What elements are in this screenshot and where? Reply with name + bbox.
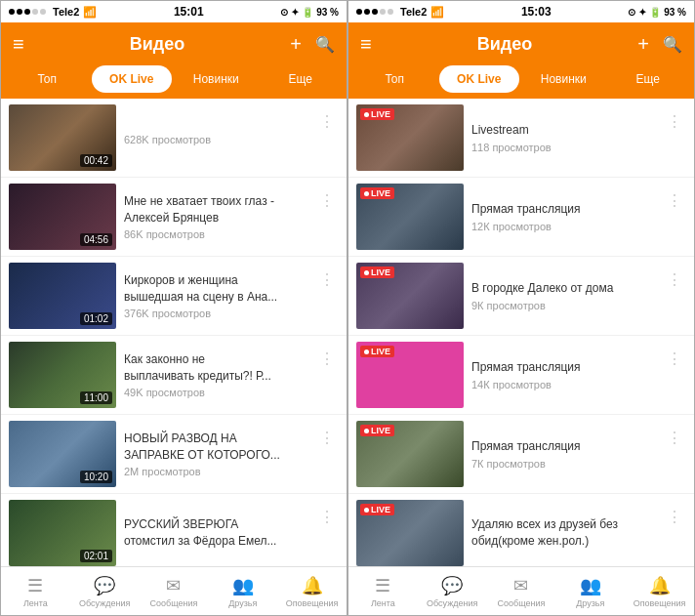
status-left: Tele2 📶: [356, 6, 444, 19]
more-button[interactable]: ⋮: [663, 504, 686, 530]
status-right: ⊙ ✦ 🔋 93 %: [280, 7, 339, 18]
video-title: Прямая трансляция: [471, 359, 655, 376]
menu-icon[interactable]: ≡: [360, 33, 372, 56]
nav-label: Сообщения: [150, 598, 198, 608]
phone-right: Tele2 📶 15:03 ⊙ ✦ 🔋 93 % ≡ Видео + 🔍 Топ…: [348, 0, 695, 616]
more-button[interactable]: ⋮: [315, 504, 339, 530]
nav-icon: 🔔: [649, 575, 671, 596]
live-badge: LIVE: [360, 267, 394, 278]
list-item[interactable]: LIVEПрямая трансляция12К просмотров⋮: [348, 178, 694, 256]
status-right: ⊙ ✦ 🔋 93 %: [628, 7, 686, 18]
video-thumbnail: 00:42: [9, 104, 116, 171]
video-thumbnail: 04:56: [9, 184, 116, 250]
video-duration: 10:20: [80, 471, 112, 483]
tab-еще[interactable]: Еще: [608, 65, 689, 93]
nav-label: Обсуждения: [427, 598, 477, 608]
nav-label: Друзья: [228, 598, 257, 608]
list-item[interactable]: 00:42628K просмотров⋮: [1, 99, 347, 177]
nav-label: Оповещения: [634, 598, 686, 608]
video-duration: 02:01: [80, 550, 112, 562]
video-duration: 00:42: [80, 154, 112, 167]
nav-item-оповещения[interactable]: 🔔 Оповещения: [625, 575, 694, 608]
video-info: НОВЫЙ РАЗВОД НАЗАПРАВКЕ ОТ КОТОРОГО...2М…: [124, 431, 307, 478]
tab-еще[interactable]: Еще: [261, 65, 342, 93]
more-button[interactable]: ⋮: [663, 108, 686, 135]
more-button[interactable]: ⋮: [663, 425, 686, 451]
more-button[interactable]: ⋮: [315, 267, 339, 293]
phones-container: Tele2 📶 15:01 ⊙ ✦ 🔋 93 % ≡ Видео + 🔍 Топ…: [0, 0, 695, 616]
tab-ok-live[interactable]: OK Live: [92, 65, 173, 93]
status-bar: Tele2 📶 15:01 ⊙ ✦ 🔋 93 %: [1, 1, 347, 22]
video-duration: 01:02: [80, 312, 112, 325]
list-item[interactable]: LIVEУдаляю всех из друзей безобид(кроме …: [348, 494, 694, 566]
add-icon[interactable]: +: [637, 33, 649, 56]
list-item[interactable]: LIVEПрямая трансляция7К просмотров⋮: [348, 415, 694, 493]
header: ≡ Видео + 🔍: [348, 22, 694, 65]
more-button[interactable]: ⋮: [315, 425, 339, 451]
list-item[interactable]: 10:20НОВЫЙ РАЗВОД НАЗАПРАВКЕ ОТ КОТОРОГО…: [1, 415, 347, 493]
tab-новинки[interactable]: Новинки: [523, 65, 604, 93]
tab-топ[interactable]: Топ: [354, 65, 435, 93]
list-item[interactable]: LIVELivestream118 просмотров⋮: [348, 99, 694, 177]
location-icon: ⊙: [628, 7, 635, 18]
nav-item-лента[interactable]: ☰ Лента: [1, 575, 70, 608]
add-icon[interactable]: +: [290, 33, 302, 56]
video-info: 628K просмотров: [124, 131, 307, 145]
more-button[interactable]: ⋮: [315, 108, 339, 135]
video-thumbnail: LIVE: [356, 263, 464, 329]
nav-icon: ✉: [166, 575, 181, 596]
status-left: Tele2 📶: [9, 6, 97, 19]
phone-left: Tele2 📶 15:01 ⊙ ✦ 🔋 93 % ≡ Видео + 🔍 Топ…: [0, 0, 348, 616]
battery-label: 93 %: [316, 7, 339, 18]
list-item[interactable]: 11:00Как законно невыплачивать кредиты?!…: [1, 336, 347, 414]
nav-item-друзья[interactable]: 👥 Друзья: [555, 575, 625, 608]
nav-item-лента[interactable]: ☰ Лента: [348, 575, 418, 608]
tab-новинки[interactable]: Новинки: [176, 65, 257, 93]
more-button[interactable]: ⋮: [315, 187, 339, 214]
list-item[interactable]: LIVEВ городке Далеко от дома9К просмотро…: [348, 257, 694, 335]
nav-item-сообщения[interactable]: ✉ Сообщения: [487, 575, 556, 608]
nav-label: Оповещения: [286, 598, 339, 608]
video-views: 14К просмотров: [471, 379, 655, 390]
video-views: 118 просмотров: [471, 142, 655, 153]
video-info: Как законно невыплачивать кредиты?! Р...…: [124, 351, 307, 399]
video-thumbnail: LIVE: [356, 421, 464, 487]
video-info: Прямая трансляция14К просмотров: [471, 359, 655, 390]
video-title: Как законно не: [124, 351, 307, 368]
video-title: Прямая трансляция: [471, 438, 655, 455]
more-button[interactable]: ⋮: [315, 346, 339, 372]
video-title: В городке Далеко от дома: [471, 280, 655, 297]
tab-топ[interactable]: Топ: [7, 65, 88, 93]
bluetooth-icon: ✦: [638, 7, 646, 18]
more-button[interactable]: ⋮: [663, 187, 686, 214]
nav-icon: 👥: [232, 575, 254, 596]
menu-icon[interactable]: ≡: [13, 33, 24, 56]
search-icon[interactable]: 🔍: [663, 35, 682, 54]
list-item[interactable]: 01:02Киркоров и женщинавышедшая на сцену…: [1, 257, 347, 335]
nav-item-оповещения[interactable]: 🔔 Оповещения: [277, 575, 347, 608]
wifi-icon: 📶: [430, 6, 444, 19]
more-button[interactable]: ⋮: [663, 346, 686, 372]
list-item[interactable]: LIVEПрямая трансляция14К просмотров⋮: [348, 336, 694, 414]
nav-icon: 👥: [580, 575, 601, 596]
video-title: НОВЫЙ РАЗВОД НА: [124, 431, 307, 447]
battery-label: 93 %: [664, 7, 686, 18]
list-item[interactable]: 04:56Мне не хватает твоих глаз -Алексей …: [1, 178, 347, 256]
nav-item-обсуждения[interactable]: 💬 Обсуждения: [418, 575, 487, 608]
video-views: 628K просмотров: [124, 134, 307, 145]
tab-ok-live[interactable]: OK Live: [439, 65, 520, 93]
nav-item-обсуждения[interactable]: 💬 Обсуждения: [70, 575, 140, 608]
nav-label: Друзья: [576, 598, 604, 608]
video-info: Livestream118 просмотров: [471, 122, 655, 153]
more-button[interactable]: ⋮: [663, 267, 686, 293]
video-thumbnail: 10:20: [9, 421, 116, 487]
search-icon[interactable]: 🔍: [315, 35, 335, 54]
live-badge: LIVE: [360, 425, 394, 436]
list-item[interactable]: 02:01РУССКИЙ ЗВЕРЮГАотомстил за Фёдора Е…: [1, 494, 347, 566]
video-title: Удаляю всех из друзей без: [471, 516, 655, 533]
live-badge: LIVE: [360, 108, 394, 120]
nav-label: Лента: [23, 598, 48, 608]
video-views: 86K просмотров: [124, 228, 307, 240]
nav-item-сообщения[interactable]: ✉ Сообщения: [140, 575, 209, 608]
nav-item-друзья[interactable]: 👥 Друзья: [208, 575, 277, 608]
